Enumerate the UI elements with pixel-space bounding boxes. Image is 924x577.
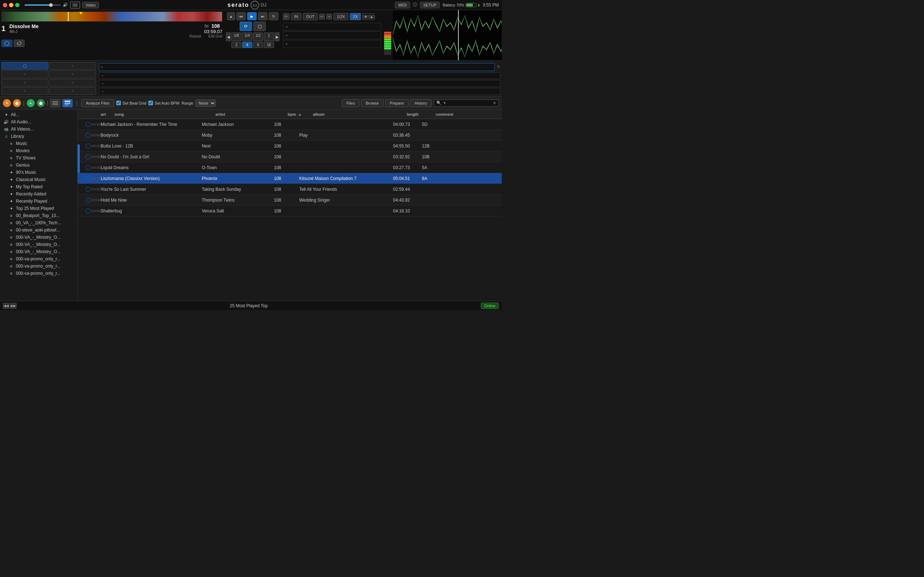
loop-fwd-icon[interactable]: ↪	[326, 14, 332, 19]
fx-slot-right-3[interactable]: +	[99, 88, 500, 95]
sidebar-item-all[interactable]: ✦ All...	[0, 111, 77, 118]
expanded-view-button[interactable]	[63, 99, 73, 107]
loop-btn-4[interactable]: 4	[242, 42, 252, 48]
col-art-header[interactable]: art	[91, 112, 113, 116]
scroll-left-button[interactable]: ◀◀	[3, 303, 10, 309]
range-select[interactable]: None	[195, 100, 216, 107]
cue-pad-6[interactable]: +	[49, 79, 96, 87]
loop-icon[interactable]: ⟳	[283, 13, 289, 20]
prev-button[interactable]: ⏮	[236, 12, 246, 20]
maximize-button[interactable]	[15, 3, 19, 7]
analyze-files-button[interactable]: Analyze Files	[81, 99, 114, 107]
set-beat-grid-checkbox[interactable]: Set Beat Grid	[116, 101, 146, 105]
minimize-button[interactable]	[9, 3, 13, 7]
sidebar-item-recently-played[interactable]: ✦ Recently Played	[0, 198, 77, 205]
col-bpm-header[interactable]: bpm ▲	[286, 112, 312, 116]
eject-button[interactable]: ▲	[227, 12, 235, 20]
midi-button[interactable]: MIDI	[395, 2, 410, 8]
col-song-header[interactable]: song	[113, 112, 214, 116]
sidebar-item-promo-1[interactable]: ≡ 000-va-promo_only_r...	[0, 255, 77, 263]
cue-pad-4[interactable]: +	[49, 70, 96, 78]
sync-button[interactable]: ⟳	[240, 22, 252, 31]
fx-plus-right[interactable]: +	[496, 63, 500, 71]
fx-slot-1[interactable]: +	[283, 23, 381, 31]
sidebar-item-beatport[interactable]: ≡ 00_Beatport_Top_10...	[0, 212, 77, 219]
repeat-label[interactable]: Repeat	[189, 34, 201, 38]
table-row[interactable]: serato Butta Love - 12B Next 108 04:55.5…	[78, 141, 502, 152]
history-button[interactable]: History	[410, 99, 432, 107]
loop-nav-next[interactable]: ▶	[275, 32, 279, 41]
fx-input-1[interactable]	[99, 63, 495, 71]
table-row[interactable]: serato Lisztomania (Classixx Version) Ph…	[78, 173, 502, 184]
sidebar-item-all-audio[interactable]: 🔊 All Audio...	[0, 118, 77, 126]
fx-slot-2[interactable]: +	[283, 31, 381, 39]
col-album-header[interactable]: album	[312, 112, 405, 116]
play-button[interactable]: ▶	[247, 12, 257, 20]
files-button[interactable]: Files	[342, 99, 360, 107]
cue-button[interactable]: ▢	[254, 22, 266, 31]
fx-slot-right-1[interactable]: +	[99, 73, 500, 79]
search-input[interactable]	[448, 101, 493, 105]
table-row[interactable]: serato Bodyrock Moby 108 Play 03:36.45	[78, 130, 502, 141]
table-row[interactable]: serato Liquid Dreams O-Town 108 03:27.73…	[78, 162, 502, 173]
cue-pad-3[interactable]: +	[2, 70, 48, 78]
table-row[interactable]: serato Hold Me Now Thompson Twins 108 We…	[78, 195, 502, 206]
table-row[interactable]: serato Shatterbug Veruca Salt 108 04:16.…	[78, 206, 502, 216]
sidebar-item-steve-aoki[interactable]: ≡ 00-steve_aoki-pillowf...	[0, 226, 77, 234]
add-smart-playlist-button[interactable]	[37, 99, 45, 107]
table-row[interactable]: serato Michael Jackson - Remember The Ti…	[78, 119, 502, 130]
info-icon[interactable]: ⓘ	[413, 2, 417, 8]
loop-btn-2[interactable]: 2	[231, 42, 241, 48]
beat-grid-check[interactable]	[116, 101, 121, 105]
in-button[interactable]: IN	[291, 13, 301, 20]
prepare-button[interactable]: Prepare	[385, 99, 409, 107]
cue-pad-2[interactable]: +	[49, 62, 96, 69]
sidebar-item-tv-shows[interactable]: ≡ TV Shows	[0, 154, 77, 161]
loop-back-icon[interactable]: ↩	[319, 14, 325, 19]
col-length-header[interactable]: length	[405, 112, 434, 116]
cue-pad-7[interactable]: +	[2, 87, 48, 95]
out-button[interactable]: OUT	[303, 13, 318, 20]
add-playlist-button[interactable]: +	[27, 99, 35, 107]
sidebar-item-100pct-tech[interactable]: ≡ 00_VA_-_100%_Tech...	[0, 219, 77, 226]
tempo-up[interactable]: ▲	[368, 15, 374, 19]
cue-pad-8[interactable]: +	[49, 87, 96, 95]
loop-btn-8[interactable]: 8	[253, 42, 263, 48]
col-comment-header[interactable]: comment	[434, 112, 463, 116]
add-smart-crate-button[interactable]	[13, 99, 21, 107]
sidebar-item-classical[interactable]: ✦ Classical Music	[0, 176, 77, 183]
video-button[interactable]: Video	[82, 2, 99, 8]
col-artist-header[interactable]: artist	[214, 112, 286, 116]
edit-grid-label[interactable]: Edit Grid	[208, 34, 222, 38]
sidebar-item-promo-2[interactable]: ≡ 000-va-promo_only_r...	[0, 263, 77, 270]
sidebar-item-ministry-3[interactable]: ≡ 000-VA_-_Ministry_O...	[0, 248, 77, 255]
cue-button-1[interactable]	[2, 40, 12, 47]
sidebar-item-all-videos[interactable]: 📹 All Videos...	[0, 126, 77, 133]
setup-button[interactable]: SETUP	[420, 2, 440, 8]
set-auto-bpm-checkbox[interactable]: Set Auto BPM	[149, 101, 179, 105]
loop-nav-prev[interactable]: ◀	[226, 32, 231, 41]
add-crate-button[interactable]: +	[3, 99, 11, 107]
sidebar-item-music[interactable]: ≡ Music	[0, 140, 77, 147]
loop-btn-16[interactable]: 16	[264, 42, 274, 48]
sidebar-item-top-25[interactable]: ✦ Top 25 Most Played	[0, 205, 77, 212]
volume-slider[interactable]	[24, 4, 61, 6]
sidebar-item-ministry-2[interactable]: ≡ 000-VA_-_Ministry_O...	[0, 241, 77, 248]
cue-pad-1[interactable]	[2, 62, 48, 69]
tempo-down[interactable]: ▼	[363, 15, 368, 19]
next-button[interactable]: ⏭	[258, 12, 267, 20]
loop-button[interactable]: ↻	[269, 12, 278, 20]
fx-slot-right-2[interactable]: +	[99, 80, 500, 87]
sidebar-item-recently-added[interactable]: ✦ Recently Added	[0, 190, 77, 198]
fx-slot-3[interactable]: +	[283, 40, 381, 48]
sidebar-item-90s-music[interactable]: ✦ 90's Music	[0, 169, 77, 176]
browse-button[interactable]: Browse	[361, 99, 384, 107]
auto-bpm-check[interactable]	[149, 101, 153, 105]
table-row[interactable]: serato You're So Last Summer Taking Back…	[78, 184, 502, 195]
cue-pad-5[interactable]: +	[2, 79, 48, 87]
loop-btn-1-4[interactable]: 1/4	[242, 32, 252, 41]
sidebar-active-handle[interactable]	[78, 144, 80, 173]
cue-button-2[interactable]	[14, 40, 24, 47]
sidebar-item-promo-3[interactable]: ≡ 000-va-promo_only_r...	[0, 270, 77, 277]
scroll-right-button[interactable]: ▶▶	[10, 303, 16, 309]
